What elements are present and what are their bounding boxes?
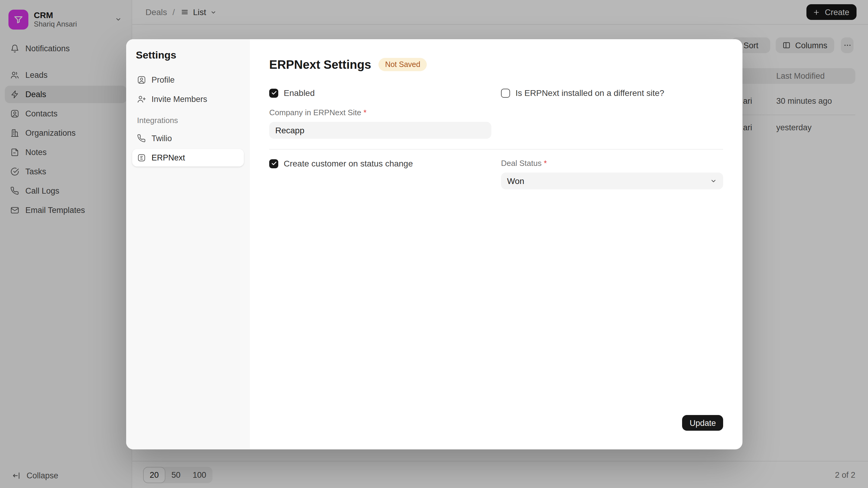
not-saved-badge: Not Saved bbox=[378, 58, 427, 71]
profile-icon bbox=[137, 75, 146, 85]
settings-modal: Settings Profile Invite Members Integrat… bbox=[126, 39, 742, 449]
deal-status-field-label: Deal Status * bbox=[501, 159, 723, 168]
create-customer-checkbox-row[interactable]: Create customer on status change bbox=[269, 159, 491, 168]
create-customer-label: Create customer on status change bbox=[284, 159, 413, 168]
settings-nav-erpnext[interactable]: ERPNext bbox=[132, 149, 244, 166]
settings-nav-invite-members[interactable]: Invite Members bbox=[132, 91, 244, 108]
settings-title: Settings bbox=[136, 50, 244, 62]
required-marker: * bbox=[363, 108, 366, 117]
settings-nav: Settings Profile Invite Members Integrat… bbox=[126, 39, 250, 449]
settings-nav-label: ERPNext bbox=[152, 153, 185, 162]
different-site-checkbox-row[interactable]: Is ERPNext installed on a different site… bbox=[501, 88, 723, 98]
integrations-section-label: Integrations bbox=[137, 116, 244, 125]
chevron-down-icon bbox=[710, 177, 717, 185]
app-root: CRM Shariq Ansari Notifications Leads De… bbox=[0, 0, 868, 488]
settings-nav-label: Invite Members bbox=[152, 95, 207, 104]
company-field-label: Company in ERPNext Site * bbox=[269, 108, 491, 118]
deal-status-value: Won bbox=[507, 176, 524, 186]
update-button[interactable]: Update bbox=[682, 415, 723, 431]
company-input[interactable] bbox=[269, 122, 491, 139]
phone-icon bbox=[137, 134, 146, 143]
required-marker: * bbox=[544, 159, 547, 168]
settings-nav-label: Twilio bbox=[152, 134, 172, 143]
erpnext-icon bbox=[137, 153, 146, 162]
erpnext-settings-panel: ERPNext Settings Not Saved Enabled Is ER… bbox=[250, 39, 742, 449]
settings-nav-twilio[interactable]: Twilio bbox=[132, 130, 244, 147]
settings-nav-label: Profile bbox=[152, 75, 175, 85]
enabled-label: Enabled bbox=[284, 88, 315, 98]
user-plus-icon bbox=[137, 95, 146, 104]
different-site-checkbox[interactable] bbox=[501, 88, 510, 97]
panel-title: ERPNext Settings bbox=[269, 57, 371, 72]
enabled-checkbox[interactable] bbox=[269, 88, 278, 97]
enabled-checkbox-row[interactable]: Enabled bbox=[269, 88, 491, 98]
settings-nav-profile[interactable]: Profile bbox=[132, 71, 244, 89]
create-customer-checkbox[interactable] bbox=[269, 159, 278, 168]
update-label: Update bbox=[690, 418, 716, 427]
checkmark-icon bbox=[271, 90, 277, 96]
checkmark-icon bbox=[271, 160, 277, 166]
section-divider bbox=[269, 149, 723, 150]
different-site-label: Is ERPNext installed on a different site… bbox=[516, 88, 664, 98]
deal-status-select[interactable]: Won bbox=[501, 172, 723, 189]
